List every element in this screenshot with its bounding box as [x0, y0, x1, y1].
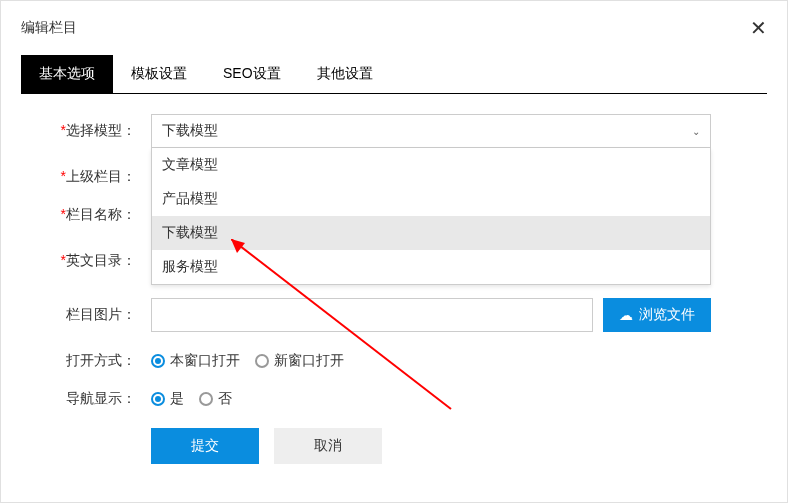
row-openmode: 打开方式： 本窗口打开 新窗口打开: [21, 352, 767, 370]
label-english: *英文目录：: [21, 252, 151, 270]
label-navshow: 导航显示：: [21, 390, 151, 408]
radio-openmode-new[interactable]: 新窗口打开: [255, 352, 344, 370]
select-model-value: 下载模型: [162, 122, 218, 140]
control-navshow: 是 否: [151, 390, 711, 408]
radio-icon: [199, 392, 213, 406]
edit-column-modal: 编辑栏目 ✕ 基本选项 模板设置 SEO设置 其他设置 *选择模型： 下载模型 …: [0, 0, 788, 503]
input-image[interactable]: [151, 298, 593, 332]
tabs: 基本选项 模板设置 SEO设置 其他设置: [21, 55, 767, 94]
modal-content: 基本选项 模板设置 SEO设置 其他设置 *选择模型： 下载模型 ⌄ 文章模型: [1, 55, 787, 484]
control-image: ☁ 浏览文件: [151, 298, 711, 332]
label-model: *选择模型：: [21, 122, 151, 140]
tab-template[interactable]: 模板设置: [113, 55, 205, 93]
form: *选择模型： 下载模型 ⌄ 文章模型 产品模型 下载模型 服务模型 *: [21, 94, 767, 484]
radio-icon: [151, 354, 165, 368]
radio-icon: [255, 354, 269, 368]
radio-navshow-yes[interactable]: 是: [151, 390, 184, 408]
dropdown-option-article[interactable]: 文章模型: [152, 148, 710, 182]
radio-openmode-self[interactable]: 本窗口打开: [151, 352, 240, 370]
control-openmode: 本窗口打开 新窗口打开: [151, 352, 711, 370]
submit-button[interactable]: 提交: [151, 428, 259, 464]
close-button[interactable]: ✕: [750, 16, 767, 40]
control-model: 下载模型 ⌄: [151, 114, 711, 148]
label-image: 栏目图片：: [21, 306, 151, 324]
dropdown-model: 文章模型 产品模型 下载模型 服务模型: [151, 148, 711, 285]
row-model: *选择模型： 下载模型 ⌄ 文章模型 产品模型 下载模型 服务模型: [21, 114, 767, 148]
dropdown-option-service[interactable]: 服务模型: [152, 250, 710, 284]
label-name: *栏目名称：: [21, 206, 151, 224]
radio-navshow-no[interactable]: 否: [199, 390, 232, 408]
cancel-button[interactable]: 取消: [274, 428, 382, 464]
tab-other[interactable]: 其他设置: [299, 55, 391, 93]
chevron-down-icon: ⌄: [692, 126, 700, 137]
select-model[interactable]: 下载模型 ⌄: [151, 114, 711, 148]
modal-title: 编辑栏目: [21, 19, 77, 37]
button-row: 提交 取消: [151, 428, 767, 464]
dropdown-option-product[interactable]: 产品模型: [152, 182, 710, 216]
tab-basic[interactable]: 基本选项: [21, 55, 113, 93]
row-navshow: 导航显示： 是 否: [21, 390, 767, 408]
modal-header: 编辑栏目 ✕: [1, 1, 787, 55]
dropdown-option-download[interactable]: 下载模型: [152, 216, 710, 250]
tab-seo[interactable]: SEO设置: [205, 55, 299, 93]
row-image: 栏目图片： ☁ 浏览文件: [21, 298, 767, 332]
browse-button[interactable]: ☁ 浏览文件: [603, 298, 711, 332]
label-parent: *上级栏目：: [21, 168, 151, 186]
cloud-upload-icon: ☁: [619, 307, 633, 323]
label-openmode: 打开方式：: [21, 352, 151, 370]
radio-icon: [151, 392, 165, 406]
browse-label: 浏览文件: [639, 306, 695, 324]
